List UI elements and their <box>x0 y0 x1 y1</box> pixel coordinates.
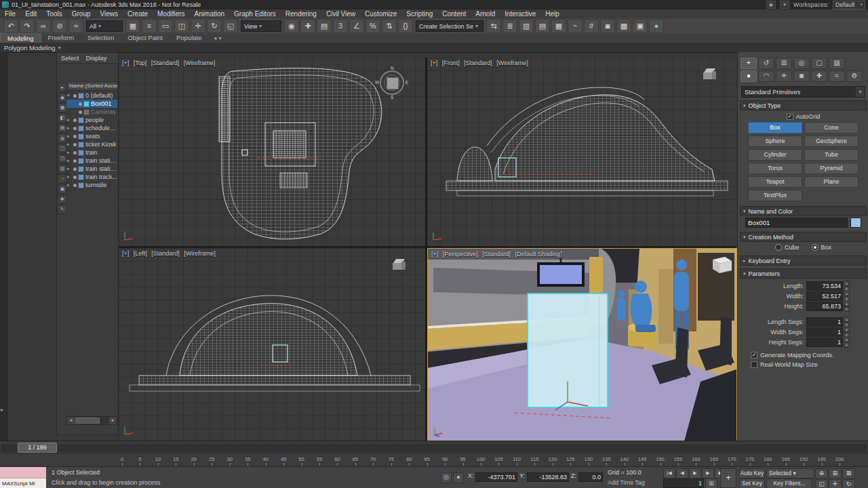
selection-lock-icon[interactable]: ● <box>453 472 464 483</box>
button-cylinder[interactable]: Cylinder <box>748 149 802 161</box>
button-textplus[interactable]: TextPlus <box>748 190 802 201</box>
checkbox-generate-mapping-coords-[interactable]: ✓Generate Mapping Coords. <box>741 350 865 360</box>
redo-icon[interactable]: ↷ <box>20 19 35 33</box>
explorer-tool-icon-3[interactable]: ◧ <box>58 113 67 123</box>
viewport-menu-shading[interactable]: [Wireframe] <box>184 250 216 257</box>
viewport-top[interactable]: [+] [Top] [Standard] [Wireframe] N S W E <box>119 58 425 246</box>
maxscript-listener-row[interactable]: MAXScript Mi <box>0 479 46 488</box>
pan-icon[interactable]: ✛ <box>829 479 842 488</box>
selection-filter-dropdown[interactable]: All▾ <box>86 20 123 32</box>
explorer-tool-icon-7[interactable]: ◫ <box>58 154 67 163</box>
explorer-tool-icon-11[interactable]: ✚ <box>58 195 67 204</box>
object-color-swatch[interactable] <box>850 218 861 228</box>
cameras-category[interactable]: ◙ <box>793 70 810 82</box>
expand-arrow-icon[interactable]: ▸ <box>1 407 3 413</box>
rectangular-selection-icon[interactable]: ▭ <box>158 19 173 33</box>
primitive-category-dropdown[interactable]: Standard Primitives ▾ <box>741 86 865 98</box>
explorer-item[interactable]: ▾0 (default) <box>66 92 117 100</box>
toggle-scene-explorer-icon[interactable]: ▥ <box>519 19 534 33</box>
button-sphere[interactable]: Sphere <box>748 136 802 147</box>
object-type-header[interactable]: ▾Object Type <box>740 100 867 110</box>
menu-customize[interactable]: Customize <box>360 10 401 18</box>
scroll-track[interactable] <box>100 417 109 424</box>
param-field-length-[interactable]: 73.534 <box>806 281 843 291</box>
visibility-toggle-icon[interactable] <box>79 110 82 114</box>
modify-tab[interactable]: ↺ <box>758 58 774 69</box>
reference-coordinate-dropdown[interactable]: View▾ <box>241 20 281 32</box>
select-and-scale-icon[interactable]: ◱ <box>223 19 238 33</box>
radio-box[interactable]: Box <box>812 244 832 251</box>
scroll-left-icon[interactable]: ◂ <box>67 417 75 424</box>
explorer-item[interactable]: ▸train statio... <box>66 157 117 165</box>
visibility-toggle-icon[interactable] <box>73 167 77 171</box>
explorer-hscrollbar[interactable]: ◂ ▸ <box>66 416 117 425</box>
parameters-header[interactable]: ▾Parameters <box>740 268 867 279</box>
viewport-left[interactable]: [+] [Left] [Standard] [Wireframe] <box>119 248 425 441</box>
add-time-tag[interactable]: Add Time Tag <box>608 479 645 486</box>
maxscript-macro-row[interactable] <box>0 467 46 479</box>
isolate-selection-icon[interactable]: ◎ <box>441 472 452 483</box>
explorer-tool-icon-12[interactable]: ✎ <box>58 205 67 214</box>
explorer-item[interactable]: Box001 <box>66 100 117 108</box>
key-filters-button[interactable]: Key Filters... <box>766 479 812 488</box>
track-bar[interactable]: 0510152025303540455055606570758085909510… <box>0 453 868 467</box>
go-to-start-button[interactable]: |◀ <box>663 468 675 479</box>
menu-help[interactable]: Help <box>540 10 564 18</box>
viewport-menu-shading[interactable]: [Wireframe] <box>184 60 216 66</box>
zoom-icon[interactable]: ⊕ <box>815 468 828 479</box>
spinner-control[interactable]: ▴▾ <box>844 327 850 338</box>
spacewarps-category[interactable]: ≈ <box>829 70 845 82</box>
viewport-menu-general[interactable]: [+] <box>122 250 129 257</box>
select-object-icon[interactable]: ▦ <box>125 19 140 33</box>
angle-snap-icon[interactable]: ∠ <box>349 19 364 33</box>
snaps-toggle-icon[interactable]: 3 <box>333 19 348 33</box>
viewport-menu-renderer[interactable]: [Standard] <box>482 251 511 258</box>
explorer-item[interactable]: ▸ticket Kiosk <box>66 140 117 148</box>
edit-named-selection-sets-icon[interactable]: {} <box>398 19 413 33</box>
ribbon-tab-object-paint[interactable]: Object Paint <box>121 33 170 43</box>
button-cone[interactable]: Cone <box>804 122 859 134</box>
explorer-item[interactable]: Cameras <box>66 108 117 116</box>
button-torus[interactable]: Torus <box>748 163 802 174</box>
viewcube-mini[interactable] <box>703 68 717 81</box>
next-frame-button[interactable]: ▶ <box>702 468 714 479</box>
menu-group[interactable]: Group <box>67 10 96 18</box>
object-name-input[interactable]: Box001 <box>745 218 848 228</box>
motion-tab[interactable]: ◎ <box>793 58 810 69</box>
param-field-width-segs-[interactable]: 1 <box>806 327 843 337</box>
menu-content[interactable]: Content <box>437 10 471 18</box>
ribbon-tab-freeform[interactable]: Freeform <box>41 33 81 43</box>
explorer-item[interactable]: ▸schedule m... <box>66 124 117 132</box>
workspaces-dropdown[interactable]: Default ▾ <box>833 1 865 9</box>
viewport-menu-general[interactable]: [+] <box>431 251 438 258</box>
explorer-menu-select[interactable]: Select <box>61 54 79 63</box>
ribbon-tab-modeling[interactable]: Modeling <box>0 33 41 43</box>
viewport-front[interactable]: [+] [Front] [Standard] [Wireframe] <box>427 58 736 246</box>
name-and-color-header[interactable]: ▾Name and Color <box>740 206 867 216</box>
viewport-perspective[interactable]: [+] [Perspective] [Standard] [Default Sh… <box>427 248 737 442</box>
menu-rendering[interactable]: Rendering <box>281 10 321 18</box>
maxscript-mini-listener[interactable]: MAXScript Mi <box>0 467 46 488</box>
zoom-all-icon[interactable]: ⊞ <box>829 468 842 479</box>
spinner-control[interactable]: ▴▾ <box>844 291 850 302</box>
param-field-length-segs-[interactable]: 1 <box>806 317 843 327</box>
time-slider-track[interactable] <box>1 445 867 451</box>
explorer-tool-icon-10[interactable]: ▣ <box>58 184 67 194</box>
menu-file[interactable]: File <box>0 10 20 18</box>
explorer-tool-icon-2[interactable]: ▦ <box>58 103 67 113</box>
spinner-control[interactable]: ▴▾ <box>844 317 850 327</box>
viewcube-west[interactable]: W <box>375 80 379 85</box>
explorer-tool-icon-6[interactable]: ▢ <box>58 144 67 153</box>
select-and-rotate-icon[interactable]: ↻ <box>207 19 222 33</box>
menu-interactive[interactable]: Interactive <box>500 10 540 18</box>
viewport-menu-general[interactable]: [+] <box>431 60 437 66</box>
spinner-snap-icon[interactable]: ⇅ <box>382 19 397 33</box>
viewcube-face[interactable] <box>387 77 399 89</box>
toggle-layer-explorer-icon[interactable]: ▤ <box>535 19 550 33</box>
unlink-selection-icon[interactable]: ⊘ <box>52 19 67 33</box>
viewport-menu-pov[interactable]: [Front] <box>442 60 460 66</box>
menu-views[interactable]: Views <box>96 10 123 18</box>
named-selection-sets-dropdown[interactable]: Create Selection Se▾ <box>416 20 484 32</box>
visibility-toggle-icon[interactable] <box>73 127 77 130</box>
visibility-toggle-icon[interactable] <box>73 119 77 122</box>
